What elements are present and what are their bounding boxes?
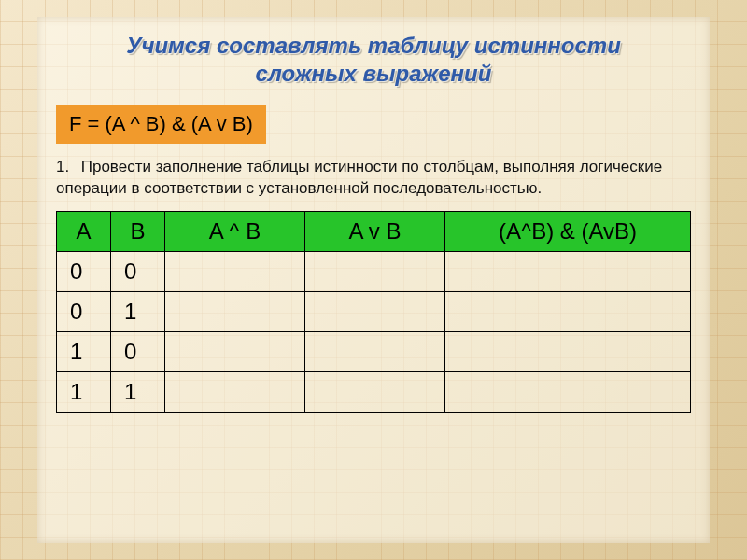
- cell-and: [165, 371, 305, 412]
- formula-box: F = (A ^ B) & (A v B): [56, 105, 266, 144]
- cell-res: [445, 331, 691, 371]
- header-and: A ^ B: [165, 211, 305, 251]
- slide-title: Учимся составлять таблицу истинности сло…: [56, 32, 691, 88]
- cell-and: [165, 251, 305, 291]
- cell-b: 1: [111, 371, 165, 412]
- content-panel: Учимся составлять таблицу истинности сло…: [37, 17, 710, 543]
- instruction-text: 1. Провести заполнение таблицы истинност…: [56, 157, 691, 200]
- cell-b: 0: [111, 251, 165, 291]
- cell-and: [165, 291, 305, 331]
- cell-res: [445, 371, 691, 412]
- header-res: (A^B) & (AvB): [445, 211, 691, 251]
- cell-a: 0: [57, 291, 111, 331]
- cell-a: 1: [57, 331, 111, 371]
- instruction-body: Провести заполнение таблицы истинности п…: [56, 158, 662, 197]
- header-a: A: [57, 211, 111, 251]
- header-b: B: [111, 211, 165, 251]
- table-header-row: A B A ^ B A v B (A^B) & (AvB): [57, 211, 691, 251]
- cell-b: 0: [111, 331, 165, 371]
- header-or: A v B: [305, 211, 445, 251]
- cell-a: 1: [57, 371, 111, 412]
- truth-table: A B A ^ B A v B (A^B) & (AvB) 0 0 0 1: [56, 211, 691, 413]
- cell-res: [445, 251, 691, 291]
- cell-res: [445, 291, 691, 331]
- cell-or: [305, 371, 445, 412]
- cell-or: [305, 331, 445, 371]
- cell-or: [305, 291, 445, 331]
- instruction-number: 1.: [56, 157, 77, 178]
- title-line-2: сложных выражений: [256, 61, 492, 86]
- cell-b: 1: [111, 291, 165, 331]
- cell-or: [305, 251, 445, 291]
- cell-and: [165, 331, 305, 371]
- cell-a: 0: [57, 251, 111, 291]
- table-row: 1 0: [57, 331, 691, 371]
- table-row: 1 1: [57, 371, 691, 412]
- title-line-1: Учимся составлять таблицу истинности: [126, 33, 621, 58]
- table-row: 0 0: [57, 251, 691, 291]
- table-row: 0 1: [57, 291, 691, 331]
- slide-background: Учимся составлять таблицу истинности сло…: [0, 0, 747, 560]
